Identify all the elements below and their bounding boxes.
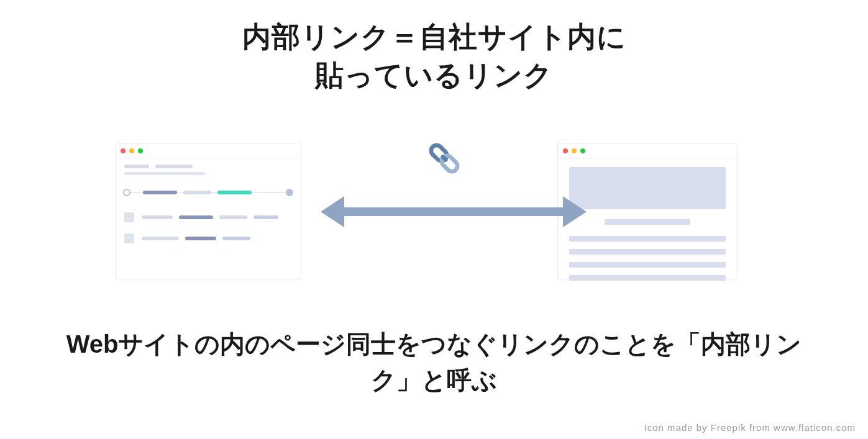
header-bars: [124, 165, 292, 168]
traffic-light-minimize-icon: [572, 148, 577, 153]
arrow-head-left-icon: [321, 196, 344, 227]
placeholder-bar: [179, 215, 213, 219]
title-line-2: 貼っているリンク: [315, 59, 553, 91]
list-item: [124, 212, 292, 222]
placeholder-bar: [124, 165, 149, 168]
list-item-bars: [142, 237, 285, 240]
text-placeholder: [569, 275, 726, 281]
placeholder-bar: [142, 237, 179, 240]
list-item: [124, 233, 292, 243]
traffic-light-zoom-icon: [138, 148, 143, 153]
browser-window-left: [115, 143, 301, 279]
text-placeholder: [569, 236, 726, 242]
title-line-1: 内部リンク＝自社サイト内に: [242, 20, 626, 53]
hero-placeholder: [569, 167, 726, 209]
timeline-segment: [143, 191, 177, 194]
traffic-light-minimize-icon: [129, 148, 134, 153]
placeholder-bar: [124, 172, 205, 175]
timeline-segment: [217, 191, 252, 194]
thumbnail-icon: [124, 233, 134, 243]
list-item-bars: [142, 215, 285, 219]
window-body: [558, 158, 737, 297]
attribution-text: Icon made by Freepik from www.flaticon.c…: [644, 422, 856, 433]
timeline-segment: [183, 191, 211, 194]
placeholder-bar: [254, 215, 278, 219]
window-titlebar: [558, 143, 737, 158]
timeline-dot-icon: [286, 189, 293, 196]
thumbnail-icon: [124, 212, 134, 222]
placeholder-bar: [185, 237, 216, 240]
timeline-dot-icon: [123, 189, 130, 196]
traffic-light-zoom-icon: [580, 148, 585, 153]
window-body: [116, 158, 301, 261]
traffic-light-close-icon: [563, 148, 568, 153]
placeholder-bar: [155, 165, 193, 168]
placeholder-bar: [219, 215, 247, 219]
text-placeholder: [569, 262, 726, 268]
link-icon: [423, 137, 466, 180]
window-titlebar: [116, 143, 301, 158]
page-subtitle: Webサイトの内のページ同士をつなぐリンクのことを「内部リンク」と呼ぶ: [50, 326, 818, 398]
traffic-light-close-icon: [121, 148, 126, 153]
list: [124, 212, 292, 243]
double-arrow-icon: [323, 186, 584, 236]
text-placeholder: [605, 219, 691, 225]
arrow-shaft: [342, 207, 565, 216]
diagram-canvas: 内部リンク＝自社サイト内に 貼っているリンク: [0, 0, 868, 439]
timeline: [124, 186, 292, 199]
placeholder-bar: [142, 215, 173, 219]
placeholder-bar: [222, 237, 250, 240]
page-title: 内部リンク＝自社サイト内に 貼っているリンク: [0, 17, 868, 94]
arrow-head-right-icon: [563, 196, 587, 227]
text-placeholder: [569, 249, 726, 255]
